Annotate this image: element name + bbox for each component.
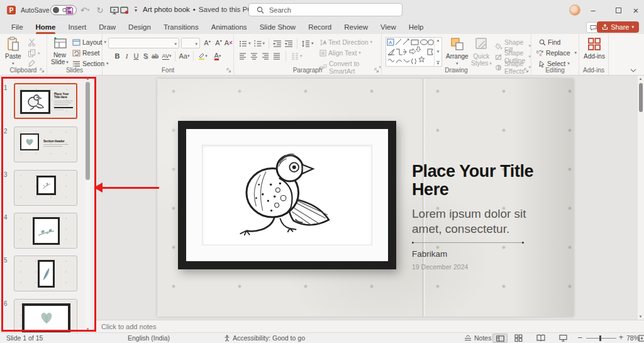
arrange-button[interactable]: Arrange ▾ — [446, 37, 469, 67]
character-spacing-button[interactable]: AV▾ — [160, 51, 174, 61]
tab-transitions[interactable]: Transitions — [157, 20, 205, 34]
customize-qat-button[interactable]: ▾ — [130, 4, 142, 16]
document-title-area[interactable]: Art photo book • Saved to this PC ▾ — [143, 6, 258, 13]
tab-view[interactable]: View — [374, 20, 402, 34]
canvas-scrollbar[interactable]: ▲ ▼ — [638, 76, 644, 320]
align-left-button[interactable] — [239, 53, 247, 60]
tab-design[interactable]: Design — [122, 20, 157, 34]
underline-button[interactable]: U — [131, 51, 141, 61]
save-button[interactable] — [63, 4, 75, 16]
tab-insert[interactable]: Insert — [62, 20, 92, 34]
tab-slide-show[interactable]: Slide Show — [253, 20, 303, 34]
slide-thumbnail-2[interactable]: Section Header — [14, 127, 77, 162]
notes-pane[interactable]: Click to add notes — [96, 320, 644, 332]
layout-button[interactable]: Layout ▾ — [72, 38, 106, 46]
restore-button[interactable] — [609, 0, 628, 20]
strikethrough-button[interactable]: ab — [150, 51, 160, 61]
slide-thumbnail-3[interactable] — [14, 170, 77, 206]
font-name-combo[interactable]: ▾ — [108, 38, 179, 48]
paragraph-dialog-launcher[interactable] — [374, 68, 379, 73]
tab-animations[interactable]: Animations — [205, 20, 253, 34]
numbering-button[interactable]: ▾ — [253, 40, 265, 47]
zoom-out-button[interactable]: – — [578, 333, 582, 342]
slide-thumbnail-1[interactable]: Place Your Title Here — [14, 83, 77, 119]
find-button[interactable]: Find — [539, 38, 560, 46]
font-dialog-launcher[interactable] — [226, 68, 231, 73]
align-right-button[interactable] — [262, 53, 269, 60]
panel-scrollbar[interactable]: ▲ ▼ — [86, 77, 90, 331]
shrink-font-button[interactable]: A▾ — [214, 38, 223, 48]
tab-review[interactable]: Review — [338, 20, 374, 34]
minimize-button[interactable]: – — [584, 0, 602, 20]
shapes-gallery-scrollbar[interactable]: ▲ ▼ ▼ — [434, 38, 441, 66]
align-text-button[interactable]: Align Text ▾ — [319, 49, 361, 57]
slide-counter[interactable]: Slide 1 of 15 — [6, 334, 43, 342]
columns-button[interactable]: ▾ — [291, 53, 303, 60]
tab-record[interactable]: Record — [302, 20, 338, 34]
justify-button[interactable] — [273, 53, 280, 60]
slide-footer-text[interactable]: Fabrikam — [412, 249, 447, 259]
collapse-ribbon-button[interactable] — [630, 69, 636, 72]
canvas-scrollbar-thumb[interactable] — [639, 83, 643, 112]
highlight-color-button[interactable]: ▾ — [195, 51, 210, 61]
zoom-in-button[interactable]: + — [619, 333, 623, 342]
new-slide-button[interactable]: New Slide▾ — [51, 37, 69, 65]
panel-scrollbar-thumb[interactable] — [86, 82, 90, 180]
share-button[interactable]: Share ▾ — [597, 21, 639, 33]
cut-button[interactable] — [28, 38, 36, 47]
slide-picture-frame[interactable] — [178, 121, 396, 269]
clear-formatting-button[interactable]: A — [224, 38, 233, 48]
tab-file[interactable]: File — [5, 20, 30, 34]
decrease-indent-button[interactable] — [273, 40, 282, 47]
zoom-slider-track[interactable] — [586, 338, 616, 339]
export-button[interactable] — [118, 4, 131, 16]
notes-toggle-button[interactable]: Notes — [464, 334, 491, 342]
undo-button[interactable]: ↶ ▾ — [77, 4, 93, 16]
replace-button[interactable]: b c Replace ▾ — [536, 49, 577, 57]
addins-button[interactable]: Add-ins — [584, 37, 605, 60]
normal-view-button[interactable] — [492, 334, 508, 343]
font-size-combo[interactable]: ▾ — [181, 38, 200, 48]
line-spacing-button[interactable]: ▾ — [301, 40, 314, 47]
font-color-button[interactable]: A ▾ — [210, 51, 225, 61]
text-shadow-button[interactable]: S — [141, 51, 150, 61]
zoom-slider-thumb[interactable] — [599, 335, 601, 341]
tab-home[interactable]: Home — [30, 20, 62, 34]
clipboard-dialog-launcher[interactable] — [40, 68, 45, 73]
reset-button[interactable]: Reset — [72, 49, 99, 57]
align-center-button[interactable] — [250, 53, 258, 60]
slide-sorter-view-button[interactable] — [514, 334, 523, 342]
slide-thumbnail-6[interactable] — [14, 299, 77, 332]
text-direction-button[interactable]: A Text Direction ▾ — [319, 38, 372, 46]
bold-button[interactable]: B — [113, 51, 122, 61]
language-indicator[interactable]: English (India) — [128, 334, 170, 342]
slide-1-canvas[interactable]: Place Your Title Here Lorem ipsum dolor … — [157, 79, 574, 317]
accessibility-status[interactable]: Accessibility: Good to go — [224, 334, 305, 342]
bullets-button[interactable]: ▾ — [239, 40, 251, 47]
copy-button[interactable]: ▾ — [28, 49, 40, 57]
slide-thumbnail-5[interactable] — [14, 256, 77, 291]
tab-help[interactable]: Help — [402, 20, 430, 34]
shapes-gallery[interactable]: A ▲ — [386, 37, 442, 67]
paste-button[interactable]: Paste ▾ — [5, 37, 21, 67]
slideshow-view-button[interactable] — [559, 334, 567, 342]
change-case-button[interactable]: Aa▾ — [177, 51, 192, 61]
zoom-level[interactable]: 78% — [626, 334, 640, 342]
redo-button[interactable]: ↻ — [94, 4, 106, 16]
grow-font-button[interactable]: A▴ — [203, 38, 212, 48]
italic-button[interactable]: I — [122, 51, 131, 61]
slide-body-text[interactable]: Lorem ipsum dolor sit amet, consectetur. — [412, 206, 535, 237]
slide-thumbnail-4[interactable] — [14, 213, 77, 249]
fit-slide-button[interactable] — [638, 335, 644, 342]
user-avatar[interactable] — [569, 4, 580, 16]
search-box[interactable]: Search — [248, 3, 402, 16]
slide-title-text[interactable]: Place Your Title Here — [412, 162, 547, 199]
drawing-dialog-launcher[interactable] — [524, 68, 529, 73]
increase-indent-button[interactable] — [284, 40, 293, 47]
tab-draw[interactable]: Draw — [92, 20, 122, 34]
close-button[interactable]: × — [626, 0, 644, 20]
slide-date-text[interactable]: 19 December 2024 — [412, 263, 468, 271]
quick-styles-button[interactable]: Quick Styles▾ — [471, 37, 492, 67]
reading-view-button[interactable] — [536, 334, 545, 342]
powerpoint-logo-icon[interactable]: P — [7, 6, 16, 14]
